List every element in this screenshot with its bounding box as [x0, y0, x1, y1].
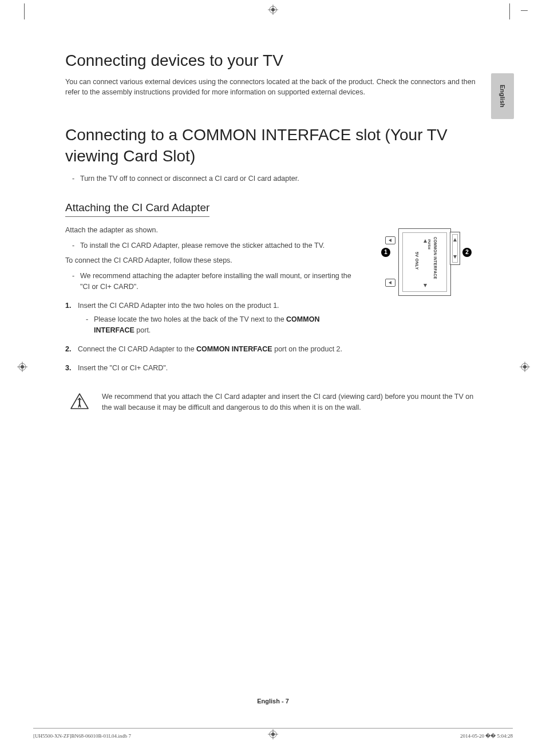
body-sub-text: We recommend attaching the adapter befor…	[72, 271, 362, 292]
svg-point-11	[523, 365, 527, 369]
body-text: To connect the CI CARD Adapter, follow t…	[65, 255, 362, 266]
diagram-arrows-icon	[423, 235, 428, 292]
heading-common-interface: Connecting to a COMMON INTERFACE slot (Y…	[65, 125, 477, 167]
ci-adapter-diagram: 1 2 COMMON INTERFACE PUSH 5V ONLY	[375, 225, 477, 299]
arrow-left-icon	[385, 279, 395, 287]
arrow-left-icon	[385, 236, 395, 244]
language-tab-label: English	[499, 85, 506, 108]
body-sub-text: To install the CI CARD Adapter, please r…	[72, 240, 362, 251]
crop-mark	[24, 3, 25, 19]
step-3: 3. Insert the "CI or CI+ CARD".	[65, 363, 362, 374]
registration-mark-icon	[17, 362, 27, 372]
diagram-slot: COMMON INTERFACE PUSH 5V ONLY	[398, 228, 451, 296]
crop-mark	[521, 10, 528, 11]
intro-paragraph: You can connect various external devices…	[65, 77, 477, 97]
step-sub-text: Please locate the two holes at the back …	[86, 314, 362, 336]
warning-icon	[70, 393, 89, 412]
footer-divider	[33, 728, 513, 729]
step-number: 3.	[65, 363, 71, 374]
svg-point-7	[21, 365, 24, 369]
diagram-label-push: PUSH	[428, 239, 431, 250]
page-footer-center: English - 7	[0, 698, 546, 704]
crop-mark	[509, 3, 510, 19]
heading-connecting-devices: Connecting devices to your TV	[65, 52, 477, 70]
warning-note: We recommend that you attach the CI Card…	[65, 391, 477, 413]
step-number: 2.	[65, 344, 71, 355]
note-list: Turn the TV off to connect or disconnect…	[65, 173, 477, 184]
body-text: Attach the adapter as shown.	[65, 225, 362, 236]
note-item: Turn the TV off to connect or disconnect…	[72, 173, 477, 184]
diagram-arrows-icon	[453, 236, 457, 261]
warning-text: We recommend that you attach the CI Card…	[102, 391, 477, 413]
language-tab: English	[491, 73, 514, 119]
page-footer-right: 2014-05-20 �� 5:04:28	[460, 733, 513, 739]
svg-point-3	[271, 8, 275, 11]
page-content: Connecting devices to your TV You can co…	[65, 52, 477, 413]
diagram-label-common-interface: COMMON INTERFACE	[433, 237, 437, 279]
diagram-label-5v: 5V ONLY	[415, 252, 419, 270]
subheading-attaching-adapter: Attaching the CI Card Adapter	[65, 201, 209, 217]
step-text: Insert the CI CARD Adapter into the two …	[78, 302, 279, 310]
registration-mark-icon	[268, 5, 278, 15]
page-footer-left: [UH5500-XN-ZF]BN68-06010B-01L04.indb 7	[33, 733, 131, 739]
steps-list: 1. Insert the CI CARD Adapter into the t…	[65, 300, 362, 374]
step-number: 1.	[65, 300, 71, 311]
svg-point-15	[271, 733, 275, 736]
diagram-badge-2: 2	[462, 248, 472, 257]
diagram-side-tab	[450, 232, 460, 265]
registration-mark-icon	[268, 729, 278, 739]
step-1: 1. Insert the CI CARD Adapter into the t…	[65, 300, 362, 336]
step-2: 2. Connect the CI CARD Adapter to the CO…	[65, 344, 362, 355]
step-text: Insert the "CI or CI+ CARD".	[78, 364, 168, 372]
diagram-badge-1: 1	[381, 248, 390, 257]
registration-mark-icon	[520, 362, 530, 372]
